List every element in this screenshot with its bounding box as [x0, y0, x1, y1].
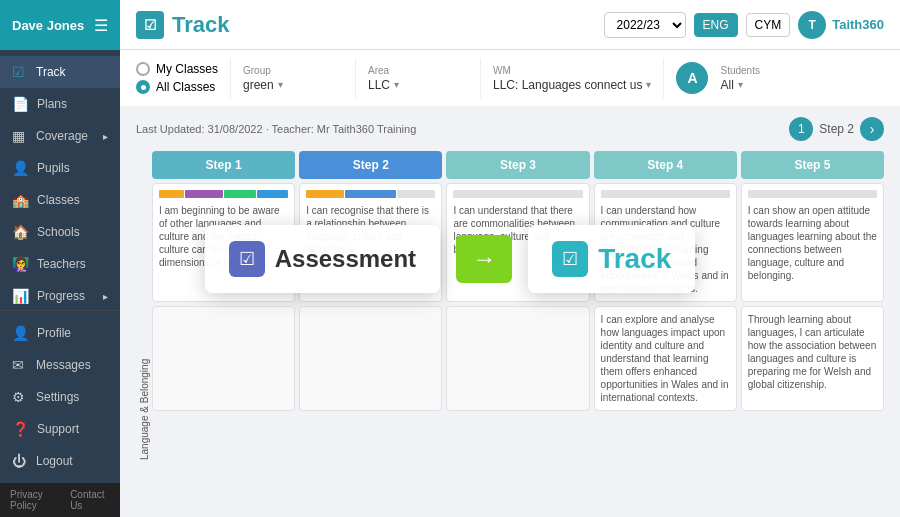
pupils-icon: 👤: [12, 160, 29, 176]
all-classes-radio[interactable]: [136, 80, 150, 94]
sidebar-item-progress[interactable]: 📊 Progress ▸: [0, 280, 120, 310]
step5-colorbar: [748, 190, 877, 198]
wm-filter-value[interactable]: LLC: Languages connect us ▾: [493, 78, 651, 92]
sidebar-footer: Privacy Policy Contact Us: [0, 483, 120, 517]
filter-divider-4: [663, 58, 664, 98]
step-navigation: 1 Step 2 ›: [789, 117, 884, 141]
hamburger-icon[interactable]: ☰: [94, 16, 108, 35]
group-filter-label: Group: [243, 65, 343, 76]
step5-cell2: Through learning about languages, I can …: [741, 306, 884, 411]
step4-cell1: I can understand how communication and c…: [594, 183, 737, 302]
sidebar-item-coverage[interactable]: ▦ Coverage ▸: [0, 120, 120, 152]
group-filter[interactable]: Group green ▾: [243, 65, 343, 92]
sidebar-item-track[interactable]: ☑ Track: [0, 56, 120, 88]
sidebar-label-plans: Plans: [37, 97, 67, 111]
all-classes-label: All Classes: [156, 80, 215, 94]
messages-icon: ✉: [12, 357, 28, 373]
section1-row1: I am beginning to be aware of other lang…: [152, 183, 884, 302]
main-content: Last Updated: 31/08/2022 · Teacher: Mr T…: [120, 107, 900, 517]
sidebar-item-classes[interactable]: 🏫 Classes: [0, 184, 120, 216]
sidebar-bottom: 👤 Profile ✉ Messages ⚙ Settings ❓ Suppor…: [0, 310, 120, 483]
wm-filter-label: WM: [493, 65, 651, 76]
topbar-title-area: ☑ Track: [136, 11, 592, 39]
students-filter-label: Students: [720, 65, 820, 76]
taith360-text: Taith360: [832, 17, 884, 32]
eng-button[interactable]: ENG: [694, 13, 738, 37]
area-filter-value[interactable]: LLC ▾: [368, 78, 468, 92]
user-name: Dave Jones: [12, 18, 84, 33]
page-title: Track: [172, 12, 230, 38]
filters-bar: My Classes All Classes Group green ▾ Are…: [120, 50, 900, 107]
sidebar-item-support[interactable]: ❓ Support: [0, 413, 120, 445]
classes-icon: 🏫: [12, 192, 29, 208]
step3-colorbar: [453, 190, 582, 198]
area-filter[interactable]: Area LLC ▾: [368, 65, 468, 92]
sidebar-label-support: Support: [37, 422, 79, 436]
sidebar-label-schools: Schools: [37, 225, 80, 239]
students-filter-value[interactable]: All ▾: [720, 78, 820, 92]
section1-label-col: Language & Belonging: [136, 151, 152, 517]
sidebar-label-messages: Messages: [36, 358, 91, 372]
group-filter-value[interactable]: green ▾: [243, 78, 343, 92]
class-radio-group: My Classes All Classes: [136, 62, 218, 94]
sidebar-item-settings[interactable]: ⚙ Settings: [0, 381, 120, 413]
step3-cell1: I can understand that there are commonal…: [446, 183, 589, 302]
wm-filter[interactable]: WM LLC: Languages connect us ▾: [493, 65, 651, 92]
step1-colorbar: [159, 190, 288, 198]
content-header: Last Updated: 31/08/2022 · Teacher: Mr T…: [136, 117, 884, 141]
filter-divider-1: [230, 58, 231, 98]
section1-row-label: Language & Belonging: [139, 151, 150, 517]
sidebar-label-coverage: Coverage: [36, 129, 88, 143]
students-avatar: A: [676, 62, 708, 94]
sidebar-item-plans[interactable]: 📄 Plans: [0, 88, 120, 120]
sidebar-label-teachers: Teachers: [37, 257, 86, 271]
step-nav-next[interactable]: ›: [860, 117, 884, 141]
progress-arrow-icon: ▸: [103, 291, 108, 302]
step-nav-current[interactable]: 1: [789, 117, 813, 141]
track-icon: ☑: [12, 64, 28, 80]
sidebar-label-settings: Settings: [36, 390, 79, 404]
progress-icon: 📊: [12, 288, 29, 304]
profile-icon: 👤: [12, 325, 29, 341]
step4-cell2: I can explore and analyse how languages …: [594, 306, 737, 411]
sidebar-item-teachers[interactable]: 👩‍🏫 Teachers: [0, 248, 120, 280]
taith360-logo: T Taith360: [798, 11, 884, 39]
sidebar-label-logout: Logout: [36, 454, 73, 468]
topbar-controls: 2022/23 2021/22 ENG CYM T Taith360: [604, 11, 884, 39]
sidebar-label-pupils: Pupils: [37, 161, 70, 175]
coverage-arrow-icon: ▸: [103, 131, 108, 142]
sidebar-item-profile[interactable]: 👤 Profile: [0, 317, 120, 349]
filter-divider-2: [355, 58, 356, 98]
sidebar-item-messages[interactable]: ✉ Messages: [0, 349, 120, 381]
coverage-icon: ▦: [12, 128, 28, 144]
all-classes-option[interactable]: All Classes: [136, 80, 218, 94]
cym-button[interactable]: CYM: [746, 13, 791, 37]
students-filter[interactable]: Students All ▾: [720, 65, 820, 92]
main-area: ☑ Track 2022/23 2021/22 ENG CYM T Taith3…: [120, 0, 900, 517]
step2-cell2: [299, 306, 442, 411]
my-classes-label: My Classes: [156, 62, 218, 76]
step5-cell1: I can show an open attitude towards lear…: [741, 183, 884, 302]
sidebar-item-pupils[interactable]: 👤 Pupils: [0, 152, 120, 184]
my-classes-option[interactable]: My Classes: [136, 62, 218, 76]
step3-cell2: [446, 306, 589, 411]
students-arrow-icon: ▾: [738, 79, 743, 90]
step3-header: Step 3: [446, 151, 589, 179]
sidebar-item-logout[interactable]: ⏻ Logout: [0, 445, 120, 477]
my-classes-radio[interactable]: [136, 62, 150, 76]
group-arrow-icon: ▾: [278, 79, 283, 90]
step4-colorbar: [601, 190, 730, 198]
sidebar-item-schools[interactable]: 🏠 Schools: [0, 216, 120, 248]
filter-divider-3: [480, 58, 481, 98]
section1-row2: I can explore and analyse how languages …: [152, 306, 884, 411]
step1-cell1: I am beginning to be aware of other lang…: [152, 183, 295, 302]
step1-cell2: [152, 306, 295, 411]
year-select[interactable]: 2022/23 2021/22: [604, 12, 686, 38]
support-icon: ❓: [12, 421, 29, 437]
topbar: ☑ Track 2022/23 2021/22 ENG CYM T Taith3…: [120, 0, 900, 50]
logout-icon: ⏻: [12, 453, 28, 469]
privacy-link[interactable]: Privacy Policy: [10, 489, 60, 511]
contact-link[interactable]: Contact Us: [70, 489, 110, 511]
step-nav-label: Step 2: [819, 122, 854, 136]
settings-icon: ⚙: [12, 389, 28, 405]
